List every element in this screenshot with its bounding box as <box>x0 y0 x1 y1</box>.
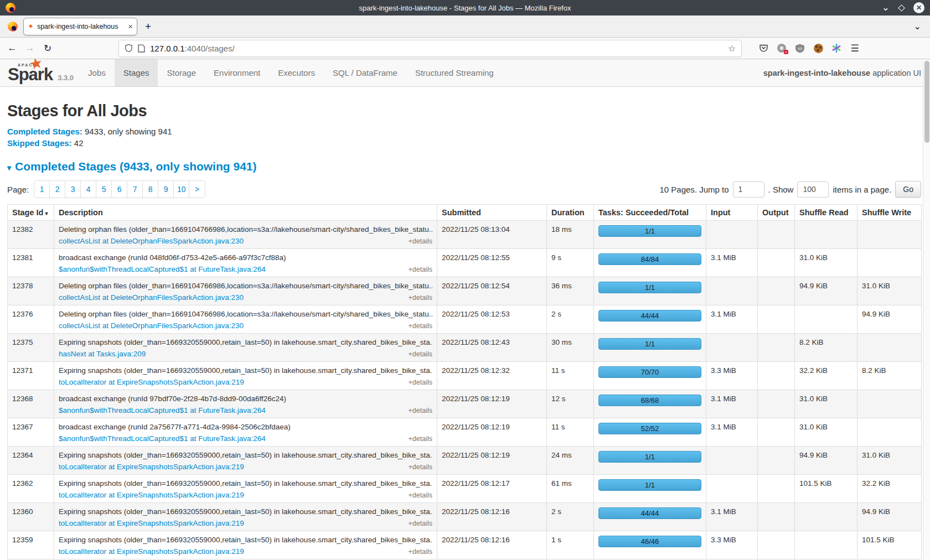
asterisk-extension-icon[interactable] <box>831 43 842 54</box>
vertical-scrollbar[interactable] <box>923 60 930 560</box>
scrollbar-thumb[interactable] <box>924 61 929 143</box>
page-button-4[interactable]: 4 <box>81 181 96 198</box>
nav-item-jobs[interactable]: Jobs <box>79 59 115 86</box>
nav-item-streaming[interactable]: Structured Streaming <box>406 59 503 86</box>
input-cell <box>706 334 758 362</box>
stage-detail-link[interactable]: $anonfun$withThreadLocalCaptured$1 at Fu… <box>59 434 266 443</box>
shield-icon[interactable] <box>125 44 133 53</box>
cookie-icon[interactable] <box>813 43 824 54</box>
stage-id-cell: 12359 <box>8 531 54 559</box>
details-toggle[interactable]: +details <box>409 350 432 358</box>
details-toggle[interactable]: +details <box>409 520 432 527</box>
details-toggle[interactable]: +details <box>409 378 432 386</box>
nav-item-stages[interactable]: Stages <box>115 59 158 86</box>
browser-tab[interactable]: ✦ spark-ingest-into-lakehous × <box>23 18 137 35</box>
stage-callsite-line: collectAsList at DeleteOrphanFilesSparkA… <box>59 237 432 245</box>
new-tab-button[interactable]: + <box>145 20 151 33</box>
pages-summary: 10 Pages. Jump to <box>659 185 728 194</box>
header-stage-id[interactable]: Stage Id▾ <box>8 205 54 221</box>
close-button[interactable]: ✕ <box>913 2 924 13</box>
stage-detail-link[interactable]: collectAsList at DeleteOrphanFilesSparkA… <box>59 293 244 302</box>
completed-stages-link[interactable]: Completed Stages: <box>7 127 82 136</box>
header-tasks[interactable]: Tasks: Succeeded/Total <box>594 205 706 221</box>
nav-item-environment[interactable]: Environment <box>205 59 269 86</box>
shuffle-write-cell: 94.9 KiB <box>857 305 922 334</box>
header-submitted[interactable]: Submitted <box>437 205 547 221</box>
page-button-5[interactable]: 5 <box>96 181 112 198</box>
details-toggle[interactable]: +details <box>409 491 432 499</box>
next-page-button[interactable]: > <box>189 181 205 198</box>
page-button-3[interactable]: 3 <box>65 181 81 198</box>
pocket-icon[interactable] <box>758 43 769 54</box>
tasks-cell: 68/68 <box>594 390 706 418</box>
details-toggle[interactable]: +details <box>409 407 432 414</box>
items-per-page-input[interactable] <box>797 182 829 198</box>
page-button-10[interactable]: 10 <box>174 181 189 198</box>
input-cell: 3.1 MiB <box>706 390 758 418</box>
nav-item-sql[interactable]: SQL / DataFrame <box>324 59 406 86</box>
skipped-stages-link[interactable]: Skipped Stages: <box>7 138 72 148</box>
back-button[interactable]: ← <box>3 40 21 56</box>
bookmark-star-icon[interactable]: ☆ <box>728 43 736 54</box>
stage-detail-link[interactable]: toLocalIterator at ExpireSnapshotsSparkA… <box>59 519 244 527</box>
page-button-6[interactable]: 6 <box>112 181 127 198</box>
shuffle-read-cell: 94.9 KiB <box>795 447 857 475</box>
details-toggle[interactable]: +details <box>409 294 432 302</box>
jump-to-input[interactable] <box>733 182 764 198</box>
firefox-view-button[interactable] <box>8 22 18 32</box>
stage-detail-link[interactable]: hasNext at Tasks.java:209 <box>59 350 146 358</box>
nav-item-storage[interactable]: Storage <box>158 59 205 86</box>
completed-stages-section-header[interactable]: ▾Completed Stages (9433, only showing 94… <box>7 160 921 173</box>
page-title: Stages for All Jobs <box>7 102 921 120</box>
url-bar[interactable]: 127.0.0.1:4040/stages/ ☆ <box>118 40 742 57</box>
stage-description: broadcast exchange (runId 048fd06f-d753-… <box>59 253 432 262</box>
header-description[interactable]: Description <box>54 205 437 221</box>
header-duration[interactable]: Duration <box>547 205 594 221</box>
reload-button[interactable]: ↻ <box>39 40 56 56</box>
details-toggle[interactable]: +details <box>409 548 432 556</box>
spark-logo-star-icon: ★ <box>28 57 44 71</box>
stage-detail-link[interactable]: collectAsList at DeleteOrphanFilesSparkA… <box>59 322 244 330</box>
table-row: 12375Expiring snapshots (older_than=1669… <box>8 334 922 362</box>
tab-strip: ✦ spark-ingest-into-lakehous × + ⌄ <box>0 15 930 38</box>
page-button-7[interactable]: 7 <box>127 181 143 198</box>
stage-callsite-line: toLocalIterator at ExpireSnapshotsSparkA… <box>59 519 432 527</box>
details-toggle[interactable]: +details <box>409 237 432 245</box>
extension-icon[interactable]: x <box>776 43 787 54</box>
header-shuffle-write[interactable]: Shuffle Write <box>857 205 922 221</box>
duration-cell: 30 ms <box>547 334 594 362</box>
go-button[interactable]: Go <box>895 181 921 198</box>
nav-item-executors[interactable]: Executors <box>269 59 324 86</box>
section-title: Completed Stages (9433, only showing 941… <box>15 160 256 173</box>
page-button-1[interactable]: 1 <box>34 181 50 198</box>
page-button-9[interactable]: 9 <box>158 181 174 198</box>
details-toggle[interactable]: +details <box>409 435 432 443</box>
stage-detail-link[interactable]: $anonfun$withThreadLocalCaptured$1 at Fu… <box>59 265 266 273</box>
application-name: spark-ingest-into-lakehouse <box>763 69 870 77</box>
details-toggle[interactable]: +details <box>409 463 432 471</box>
header-shuffle-read[interactable]: Shuffle Read <box>795 205 857 221</box>
details-toggle[interactable]: +details <box>409 266 432 273</box>
stage-detail-link[interactable]: toLocalIterator at ExpireSnapshotsSparkA… <box>59 491 244 499</box>
stage-detail-link[interactable]: toLocalIterator at ExpireSnapshotsSparkA… <box>59 463 244 471</box>
ublock-shield-icon[interactable]: UO <box>794 43 805 54</box>
stage-detail-link[interactable]: toLocalIterator at ExpireSnapshotsSparkA… <box>59 547 244 556</box>
page-button-2[interactable]: 2 <box>50 181 65 198</box>
stage-detail-link[interactable]: $anonfun$withThreadLocalCaptured$1 at Fu… <box>59 406 266 414</box>
details-toggle[interactable]: +details <box>409 322 432 330</box>
shuffle-read-cell <box>795 531 857 559</box>
header-input[interactable]: Input <box>706 205 758 221</box>
window-title: spark-ingest-into-lakehouse - Stages for… <box>0 4 930 12</box>
header-output[interactable]: Output <box>758 205 795 221</box>
stage-detail-link[interactable]: collectAsList at DeleteOrphanFilesSparkA… <box>59 237 244 245</box>
url-text[interactable]: 127.0.0.1:4040/stages/ <box>150 44 235 53</box>
menu-hamburger-icon[interactable]: ☰ <box>849 43 860 54</box>
page-button-8[interactable]: 8 <box>143 181 158 198</box>
tab-close-icon[interactable]: × <box>128 22 133 31</box>
list-tabs-chevron-icon[interactable]: ⌄ <box>914 24 921 29</box>
spark-logo[interactable]: Spark APACHE ★ 3.3.0 <box>0 59 79 86</box>
maximize-button[interactable] <box>898 4 905 12</box>
page-info-icon[interactable] <box>138 44 145 53</box>
minimize-button[interactable]: ⌄ <box>882 5 890 11</box>
stage-detail-link[interactable]: toLocalIterator at ExpireSnapshotsSparkA… <box>59 378 244 386</box>
